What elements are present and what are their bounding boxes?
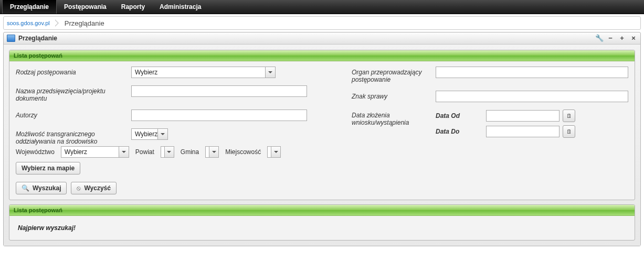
label-wojewodztwo: Województwo <box>16 148 55 156</box>
combo-rodzaj[interactable]: Wybierz <box>131 67 276 78</box>
label-data-do: Data Do <box>436 128 483 135</box>
main-panel: Przeglądanie 🔧 − + × Lista postępowań Ro… <box>3 32 641 246</box>
chevron-down-icon[interactable] <box>265 67 275 78</box>
input-data-od[interactable] <box>486 110 559 122</box>
tool-minimize-icon[interactable]: − <box>607 35 614 42</box>
breadcrumb-current: Przeglądanie <box>65 19 104 27</box>
label-organ: Organ przeprowadzający postępowanie <box>352 67 430 83</box>
label-miejscowosc: Miejscowość <box>225 148 261 156</box>
label-autorzy: Autorzy <box>16 110 126 119</box>
combo-transgraniczne-value: Wybierz <box>135 130 157 138</box>
label-gmina: Gmina <box>181 148 199 156</box>
panel-title: Przeglądanie <box>18 35 595 42</box>
chevron-right-icon <box>55 19 59 27</box>
combo-powiat[interactable] <box>161 146 174 158</box>
input-autorzy[interactable] <box>131 110 307 121</box>
tool-close-icon[interactable]: × <box>630 35 637 42</box>
map-select-button[interactable]: Wybierz na mapie <box>16 162 80 174</box>
input-data-do[interactable] <box>486 126 559 137</box>
combo-transgraniczne[interactable]: Wybierz <box>131 128 168 140</box>
results-empty-message: Najpierw wyszukaj! <box>16 221 628 235</box>
panel-header: Przeglądanie 🔧 − + × <box>4 32 640 45</box>
chevron-down-icon[interactable] <box>209 147 218 157</box>
combo-wojewodztwo[interactable]: Wybierz <box>61 146 129 158</box>
search-button[interactable]: 🔍 Wyszukaj <box>16 182 67 194</box>
label-nazwa: Nazwa przedsięwzięcia/projektu dokumentu <box>16 85 126 102</box>
panel-tools: 🔧 − + × <box>595 35 637 42</box>
results-subpanel-title: Lista postępowań <box>9 205 635 216</box>
clear-button[interactable]: ⦸ Wyczyść <box>71 182 116 194</box>
combo-gmina[interactable] <box>205 146 219 158</box>
label-rodzaj: Rodzaj postępowania <box>16 67 126 76</box>
search-icon: 🔍 <box>22 184 29 192</box>
chevron-down-icon[interactable] <box>119 147 129 157</box>
button-label: Wyczyść <box>84 184 110 192</box>
input-nazwa[interactable] <box>131 85 307 97</box>
button-label: Wyszukaj <box>33 184 61 192</box>
label-powiat: Powiat <box>135 148 154 156</box>
label-data-zlozenia: Data złożenia wniosku/wystąpienia <box>352 110 430 126</box>
window-icon <box>7 35 15 42</box>
calendar-icon[interactable]: 🗓 <box>563 125 575 138</box>
label-transgraniczne: Możliwość transgranicznego oddziaływania… <box>16 128 126 145</box>
input-znak[interactable] <box>436 91 628 102</box>
chevron-down-icon[interactable] <box>164 147 174 157</box>
combo-wojewodztwo-value: Wybierz <box>65 148 119 156</box>
label-znak: Znak sprawy <box>352 91 430 100</box>
label-data-od: Data Od <box>436 112 483 119</box>
tool-maximize-icon[interactable]: + <box>618 35 626 42</box>
button-label: Wybierz na mapie <box>22 165 75 172</box>
nav-item-postepowania[interactable]: Postępowania <box>57 0 114 14</box>
breadcrumb: soos.gdos.gov.pl Przeglądanie <box>3 16 641 30</box>
tool-settings-icon[interactable]: 🔧 <box>595 35 603 42</box>
nav-item-administracja[interactable]: Administracja <box>152 0 208 14</box>
breadcrumb-host[interactable]: soos.gdos.gov.pl <box>7 20 50 26</box>
calendar-icon[interactable]: 🗓 <box>563 110 575 122</box>
combo-miejscowosc[interactable] <box>267 146 281 158</box>
results-subpanel: Lista postępowań Najpierw wyszukaj! <box>9 204 635 241</box>
top-nav: Przeglądanie Postępowania Raporty Admini… <box>0 0 644 14</box>
combo-rodzaj-value: Wybierz <box>135 69 265 76</box>
nav-item-przegladanie[interactable]: Przeglądanie <box>2 0 57 14</box>
input-organ[interactable] <box>436 67 628 78</box>
chevron-down-icon[interactable] <box>157 129 167 139</box>
search-form: Rodzaj postępowania Wybierz Nazwa przeds… <box>9 61 635 200</box>
results-body: Najpierw wyszukaj! <box>9 216 635 240</box>
nav-item-raporty[interactable]: Raporty <box>114 0 152 14</box>
panel-body: Lista postępowań Rodzaj postępowania Wyb… <box>4 45 640 246</box>
search-subpanel-title: Lista postępowań <box>9 50 635 61</box>
clear-icon: ⦸ <box>77 184 81 192</box>
chevron-down-icon[interactable] <box>271 147 280 157</box>
search-subpanel: Lista postępowań Rodzaj postępowania Wyb… <box>9 50 635 200</box>
